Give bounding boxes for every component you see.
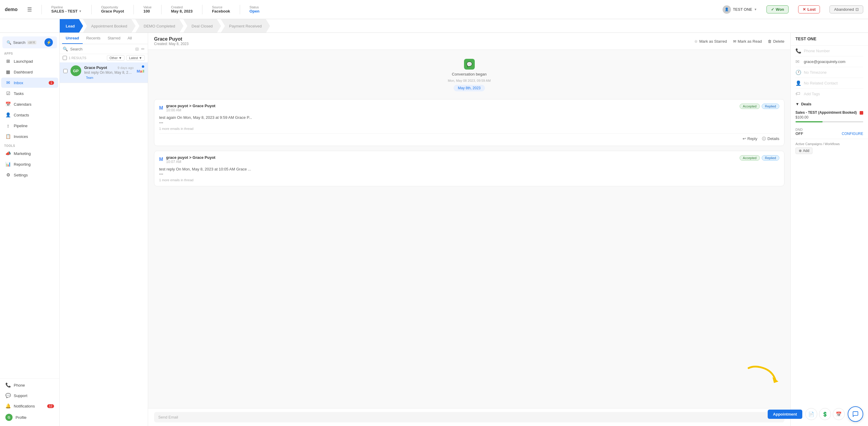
topbar-divider2	[91, 5, 92, 14]
lost-button[interactable]: ✕ Lost	[798, 5, 820, 13]
rp-tags-field[interactable]: 🏷 Add Tags	[796, 89, 863, 99]
chat-fab-button[interactable]	[848, 406, 863, 422]
topbar-user[interactable]: 👤 TEST ONE ▼	[722, 5, 757, 14]
sidebar-item-phone[interactable]: 📞 Phone	[1, 380, 58, 390]
appointment-button[interactable]: Appointment	[768, 409, 802, 419]
conv-compose-icon[interactable]: ✏	[141, 46, 145, 51]
conv-name: Grace Puyot	[84, 65, 107, 70]
email-2-accepted-badge: Accepted	[740, 155, 760, 161]
rp-deal-1-name: Sales - TEST (Appointment Booked)	[796, 110, 857, 114]
sidebar-label-launchpad: Launchpad	[14, 59, 33, 64]
filter-latest-btn[interactable]: Latest ▼	[126, 55, 145, 61]
sidebar-item-dashboard[interactable]: ▦ Dashboard	[1, 67, 58, 77]
rp-deal-1-bar	[796, 121, 863, 122]
sidebar-item-pipeline[interactable]: ⫶ Pipeline	[1, 121, 58, 131]
sidebar-search[interactable]: 🔍 Search ctrl K ⚡	[2, 36, 57, 48]
tab-all[interactable]: All	[124, 33, 135, 44]
stage-appt-booked[interactable]: Appointment Booked	[83, 19, 135, 33]
mark-read-action[interactable]: ✉ Mark as Read	[733, 39, 762, 43]
conv-started-text: Conversation began	[452, 72, 487, 76]
conv-filter-icon[interactable]: ⊟	[135, 46, 139, 51]
sidebar-label-calendars: Calendars	[14, 102, 31, 106]
conv-search-input[interactable]	[70, 47, 133, 51]
topbar-avatar: 👤	[722, 5, 731, 14]
timezone-field-icon: 🕐	[796, 70, 801, 75]
bottom-dollar-btn[interactable]: 💲	[819, 408, 831, 420]
rp-contact-section: TEST ONE	[790, 33, 868, 46]
bottom-cal-btn[interactable]: 📅	[833, 408, 845, 420]
sidebar-label-marketing: Marketing	[14, 151, 31, 156]
sidebar-item-notifications[interactable]: 🔔 Notifications 12	[1, 401, 58, 411]
email-2-header: M grace puyot > Grace Puyot 10:07 AM Acc…	[159, 155, 779, 164]
rp-phone-field[interactable]: 📞 Phone Number	[796, 46, 863, 57]
bottom-doc-btn[interactable]: 📄	[805, 408, 817, 420]
value-section: Value 100	[143, 5, 151, 13]
hamburger-icon[interactable]: ☰	[27, 6, 32, 13]
conv-info-grace: Grace Puyot 9 days ago test reply On Mon…	[84, 65, 134, 80]
email-2-more[interactable]: 1 more emails in thread	[159, 178, 779, 182]
rp-timezone-field[interactable]: 🕐 No Timezone	[796, 67, 863, 78]
sidebar-item-profile[interactable]: G Profile	[1, 412, 58, 423]
conv-item-grace[interactable]: GP Grace Puyot 9 days ago test reply On …	[60, 62, 148, 83]
rp-configure-btn[interactable]: CONFIGURE	[842, 132, 863, 136]
stage-lead[interactable]: Lead	[60, 19, 83, 33]
lightning-icon[interactable]: ⚡	[44, 38, 53, 46]
sidebar-item-settings[interactable]: ⚙ Settings	[1, 170, 58, 180]
source-label: Source	[212, 5, 230, 9]
sidebar-item-marketing[interactable]: 📣 Marketing	[1, 149, 58, 159]
sidebar-item-launchpad[interactable]: ⊞ Launchpad	[1, 56, 58, 66]
unread-dot	[142, 65, 144, 68]
sidebar-item-contacts[interactable]: 👤 Contacts	[1, 110, 58, 120]
sidebar-item-support[interactable]: 💬 Support	[1, 391, 58, 401]
email-2-dots: •••	[159, 172, 779, 176]
stages-container: Lead Appointment Booked DEMO Completed D…	[60, 19, 868, 33]
delete-action[interactable]: 🗑 Delete	[768, 39, 784, 43]
lost-x-icon: ✕	[803, 7, 806, 12]
won-check-icon: ✓	[771, 7, 774, 12]
add-label: Add	[803, 149, 809, 153]
sidebar-item-invoices[interactable]: 📋 Invoices	[1, 131, 58, 141]
rp-add-campaign-btn[interactable]: ⊕ Add	[796, 148, 812, 154]
rp-deal-1: Sales - TEST (Appointment Booked) $100.0…	[790, 108, 868, 125]
bottom-toolbar: Appointment 📄 💲 📅	[768, 406, 863, 422]
lightning-button[interactable]: ⚡	[44, 38, 53, 46]
email-1-dots: •••	[159, 121, 779, 125]
email-1-more[interactable]: 1 more emails in thread	[159, 127, 779, 130]
sidebar-item-calendars[interactable]: 📅 Calendars	[1, 99, 58, 109]
tab-starred[interactable]: Starred	[104, 33, 124, 44]
sidebar-item-inbox[interactable]: ✉ Inbox 1	[1, 77, 58, 88]
main-layout: 🔍 Search ctrl K ⚡ Apps ⊞ Launchpad ▦ Das…	[0, 33, 868, 426]
abandoned-button[interactable]: Abandoned ⊡	[830, 5, 863, 13]
details-button-1[interactable]: ⓘ Details	[762, 136, 779, 141]
stage-deal-closed[interactable]: Deal Closed	[183, 19, 221, 33]
tab-unread[interactable]: Unread	[62, 33, 83, 44]
dashboard-icon: ▦	[5, 69, 11, 75]
mark-starred-label: Mark as Starred	[699, 39, 727, 43]
rp-dnd-label: DND	[796, 128, 863, 131]
settings-icon: ⚙	[5, 172, 11, 177]
deals-chevron-icon: ▼	[796, 102, 799, 106]
conv-search-icon: 🔍	[63, 46, 68, 51]
rp-deal-1-row: Sales - TEST (Appointment Booked) $100.0…	[796, 110, 863, 120]
won-button[interactable]: ✓ Won	[767, 5, 788, 13]
rp-email-field[interactable]: ✉ grace@goacquirely.com	[796, 57, 863, 67]
status-label: Status	[250, 5, 259, 9]
sidebar-item-reporting[interactable]: 📊 Reporting	[1, 159, 58, 169]
select-all-checkbox[interactable]	[63, 56, 67, 60]
filter-other-btn[interactable]: Other ▼	[107, 55, 125, 61]
pipeline-value[interactable]: SALES - TEST ▼	[51, 9, 82, 13]
stage-payment[interactable]: Payment Received	[221, 19, 270, 33]
mark-starred-action[interactable]: ☆ Mark as Starred	[694, 39, 727, 43]
rp-related-contact-field[interactable]: 👤 No Related Contact	[796, 78, 863, 89]
deal-delete-icon[interactable]	[860, 111, 863, 114]
send-bar-inner[interactable]: Send Email	[154, 412, 784, 422]
tab-recents[interactable]: Recents	[83, 33, 104, 44]
rp-related-contact-value: No Related Contact	[804, 81, 838, 86]
email-1-footer: ↩ Reply ⓘ Details	[159, 133, 779, 141]
sidebar-item-tasks[interactable]: ☑ Tasks	[1, 88, 58, 99]
msg-conv-started: 💬 Conversation began Mon, May 08 2023, 0…	[154, 59, 784, 91]
conv-item-checkbox[interactable]	[63, 69, 67, 73]
related-contact-icon: 👤	[796, 80, 801, 86]
reply-button-1[interactable]: ↩ Reply	[743, 136, 757, 141]
stage-demo[interactable]: DEMO Completed	[135, 19, 183, 33]
